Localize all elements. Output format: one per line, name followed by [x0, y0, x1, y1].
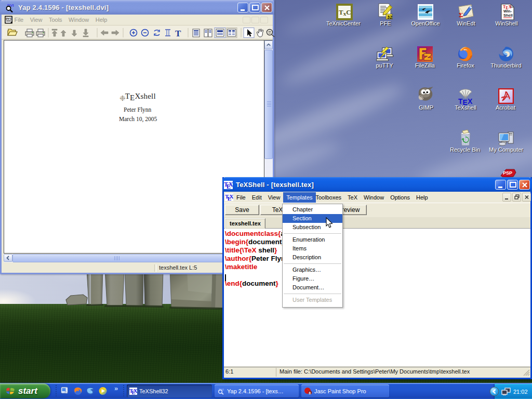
- svg-text:X: X: [229, 193, 233, 200]
- svg-text:32: 32: [387, 15, 392, 20]
- svg-text:8: 8: [309, 391, 311, 395]
- svg-text:Shell: Shell: [503, 13, 513, 18]
- svg-text:Σ: Σ: [459, 11, 463, 19]
- svg-text:DVI: DVI: [6, 17, 11, 21]
- svg-text:X: X: [229, 181, 233, 188]
- svg-text:X: X: [134, 388, 137, 393]
- svg-text:T: T: [175, 29, 181, 38]
- svg-text:PSP: PSP: [503, 170, 512, 176]
